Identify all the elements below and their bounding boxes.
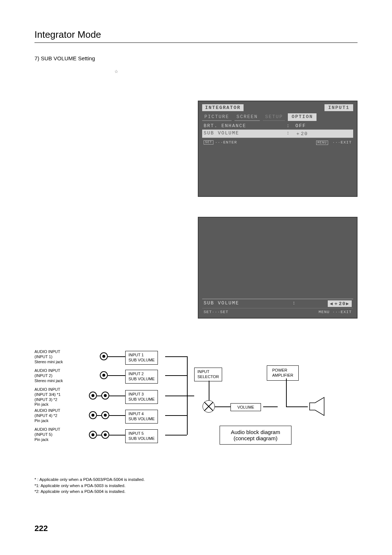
- input-label: AUDIO INPUT (INPUT 2) Stereo mini jack: [34, 368, 82, 383]
- osd-sub-volume-adjust: SUB VOLUME : ◀＋20▶ SET ···SET MENU ···EX…: [198, 217, 358, 319]
- row-val: ◀＋20▶: [328, 300, 352, 307]
- power-amp-box: POWER AMPLIFIER: [267, 365, 299, 381]
- sub-volume-adjust-row[interactable]: SUB VOLUME : ◀＋20▶: [202, 299, 353, 308]
- row-sub-volume[interactable]: SUB VOLUME : ＋20: [202, 130, 353, 138]
- svg-marker-0: [310, 397, 324, 416]
- osd-left-label: INTEGRATOR: [202, 104, 244, 111]
- jack-icon: [101, 392, 109, 400]
- sub-volume-box: INPUT 3 SUB VOLUME: [125, 390, 158, 404]
- sub-volume-box: INPUT 4 SUB VOLUME: [125, 410, 158, 424]
- input-label: AUDIO INPUT (INPUT 5) Pin jack: [34, 427, 82, 442]
- row-val: ＋20: [295, 130, 352, 137]
- osd-integrator-menu: INTEGRATOR INPUT1 PICTURE SCREEN SETUP O…: [198, 101, 358, 197]
- sub-volume-box: INPUT 5 SUB VOLUME: [125, 429, 158, 443]
- section-title: 7) SUB VOLUME Setting: [34, 55, 358, 61]
- jack-icon: [100, 371, 108, 379]
- row-brt-enhance[interactable]: BRT. ENHANCE : OFF: [202, 122, 353, 130]
- audio-block-diagram: AUDIO INPUT (INPUT 1) Stereo mini jack A…: [34, 349, 354, 469]
- row-key: BRT. ENHANCE: [204, 123, 286, 129]
- set-key-icon: SET: [204, 140, 213, 145]
- tab-picture[interactable]: PICTURE: [202, 113, 232, 121]
- speaker-icon: [308, 396, 330, 417]
- row-sep: :: [286, 123, 295, 129]
- footnote: * : Applicable only when a PDA-5003/PDA-…: [34, 477, 358, 483]
- footnote: *2: Applicable only when a PDA-5004 is i…: [34, 489, 358, 495]
- row-key: SUB VOLUME: [204, 300, 293, 307]
- footnotes: * : Applicable only when a PDA-5003/PDA-…: [34, 477, 358, 495]
- jack-icon: [89, 431, 97, 439]
- osd-right-label: INPUT1: [324, 104, 353, 111]
- star-marker: ☆: [114, 69, 118, 74]
- input-selector-box: INPUT SELECTOR: [194, 368, 222, 381]
- tab-setup[interactable]: SETUP: [263, 113, 285, 121]
- footer-exit: ···EXIT: [332, 140, 352, 145]
- input-label: AUDIO INPUT (INPUT 4) *2 Pin jack: [34, 408, 82, 423]
- jack-icon: [101, 411, 109, 419]
- footer-set: ···SET: [212, 310, 229, 314]
- jack-icon: [101, 431, 109, 439]
- page-title: Integrator Mode: [34, 29, 358, 43]
- footer-exit: ···EXIT: [332, 310, 352, 314]
- input-label: AUDIO INPUT (INPUT 1) Stereo mini jack: [34, 349, 82, 364]
- diagram-caption: Audio block diagram (concept diagram): [220, 426, 291, 445]
- page-number: 222: [34, 524, 48, 533]
- sub-volume-box: INPUT 2 SUB VOLUME: [125, 370, 158, 384]
- set-key-icon: SET: [204, 310, 212, 314]
- row-sep: :: [286, 130, 295, 137]
- volume-box: VOLUME: [230, 403, 261, 411]
- row-val: OFF: [295, 123, 352, 129]
- footnote: *1: Applicable only when a PDA-5003 is i…: [34, 483, 358, 489]
- row-key: SUB VOLUME: [204, 130, 286, 137]
- footer-enter: ···ENTER: [215, 140, 237, 145]
- jack-icon: [89, 411, 97, 419]
- menu-key-icon: MENU: [316, 141, 328, 145]
- menu-key-icon: MENU: [319, 310, 330, 314]
- input-label: AUDIO INPUT (INPUT 3/4) *1 (INPUT 3) *2 …: [34, 387, 82, 407]
- tab-screen[interactable]: SCREEN: [234, 113, 260, 121]
- tab-option[interactable]: OPTION: [288, 113, 317, 121]
- jack-icon: [100, 352, 108, 360]
- row-sep: :: [293, 300, 296, 307]
- mixer-icon: [203, 400, 215, 413]
- jack-icon: [89, 392, 97, 400]
- sub-volume-box: INPUT 1 SUB VOLUME: [125, 351, 158, 365]
